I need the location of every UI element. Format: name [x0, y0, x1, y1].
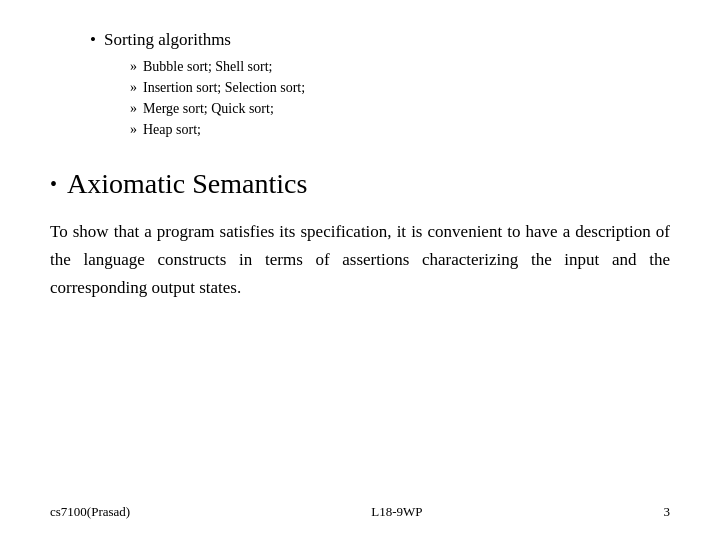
sub-bullet-marker: » [130, 98, 137, 119]
sub-bullets: » Bubble sort; Shell sort; » Insertion s… [130, 56, 670, 140]
sub-bullet-text-3: Merge sort; Quick sort; [143, 98, 274, 119]
bullet-section: • Sorting algorithms » Bubble sort; Shel… [90, 30, 670, 140]
bullet-dot: • [90, 30, 96, 50]
footer: cs7100(Prasad) L18-9WP 3 [50, 494, 670, 520]
section-heading: • Axiomatic Semantics [50, 168, 670, 200]
list-item: » Heap sort; [130, 119, 670, 140]
body-text: To show that a program satisfies its spe… [50, 218, 670, 302]
content-area: • Sorting algorithms » Bubble sort; Shel… [50, 30, 670, 494]
section-heading-text: Axiomatic Semantics [67, 168, 307, 200]
sub-bullet-text-1: Bubble sort; Shell sort; [143, 56, 273, 77]
list-item: » Bubble sort; Shell sort; [130, 56, 670, 77]
main-bullet: • Sorting algorithms [90, 30, 670, 50]
sub-bullet-marker: » [130, 119, 137, 140]
list-item: » Merge sort; Quick sort; [130, 98, 670, 119]
footer-left: cs7100(Prasad) [50, 504, 130, 520]
sub-bullet-text-2: Insertion sort; Selection sort; [143, 77, 305, 98]
heading-bullet-icon: • [50, 173, 57, 196]
footer-right: 3 [664, 504, 671, 520]
sub-bullet-text-4: Heap sort; [143, 119, 201, 140]
slide: • Sorting algorithms » Bubble sort; Shel… [0, 0, 720, 540]
sub-bullet-marker: » [130, 77, 137, 98]
footer-center: L18-9WP [371, 504, 422, 520]
list-item: » Insertion sort; Selection sort; [130, 77, 670, 98]
sub-bullet-marker: » [130, 56, 137, 77]
main-bullet-text: Sorting algorithms [104, 30, 231, 50]
